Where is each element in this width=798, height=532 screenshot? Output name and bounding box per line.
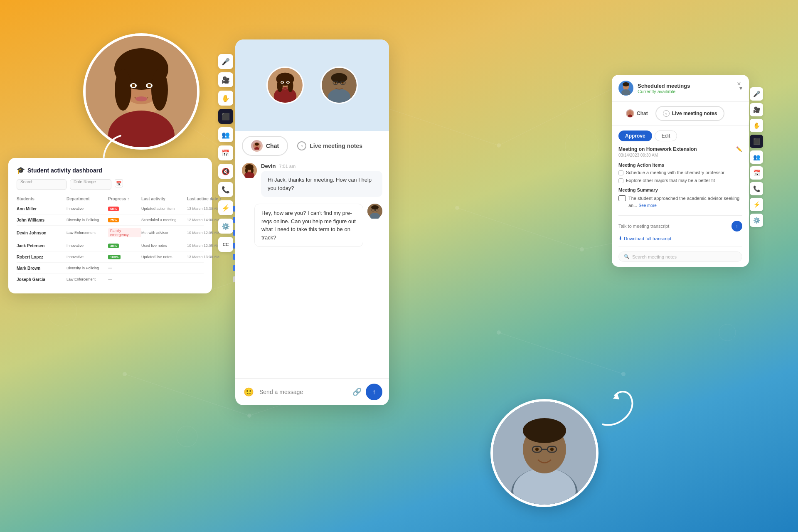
meeting-avatar <box>618 81 633 96</box>
hand-icon[interactable]: ✋ <box>218 91 233 106</box>
meeting-chat-avatar <box>626 109 634 118</box>
meeting-apps-icon[interactable]: ⚡ <box>750 198 763 211</box>
phone-icon[interactable]: 📞 <box>218 182 233 197</box>
arrow-right-decoration <box>594 391 644 449</box>
meeting-hand-icon[interactable]: ✋ <box>750 119 763 132</box>
meeting-video-icon[interactable]: 🎥 <box>750 103 763 116</box>
meeting-people-icon[interactable]: 👥 <box>750 150 763 164</box>
meeting-close-button[interactable]: × <box>733 78 745 90</box>
emoji-button[interactable]: 🙂 <box>242 385 255 399</box>
svg-point-27 <box>497 330 501 335</box>
message-group: Devin 7:01 am Hi Jack, thanks for meetin… <box>242 163 382 197</box>
summary-icon <box>618 195 626 201</box>
svg-point-54 <box>535 448 539 451</box>
approve-edit-row: Approve Edit <box>618 131 742 141</box>
meeting-header: Scheduled meetings Currently available ▾ <box>612 75 749 102</box>
summary-label: Meeting Summary <box>618 187 742 192</box>
col-progress: Progress ↑ <box>108 197 141 201</box>
summary-item: The student approached the academic advi… <box>618 195 742 210</box>
meeting-settings-icon[interactable]: ⚙️ <box>750 214 763 227</box>
edit-button[interactable]: Edit <box>655 131 677 141</box>
apps-icon[interactable]: ⚡ <box>218 200 233 215</box>
date-range-input[interactable]: Date Range <box>70 179 111 190</box>
svg-point-55 <box>550 448 554 451</box>
svg-point-67 <box>287 81 289 83</box>
svg-point-32 <box>177 426 197 447</box>
table-row: Joseph Garcia Law Enforcement <box>17 274 204 285</box>
meeting-live-notes-icon: ○ <box>663 110 670 117</box>
message-avatar-right <box>367 204 382 219</box>
download-transcript-link[interactable]: ⬇ Download full transcript <box>618 236 742 241</box>
meeting-tab-live-notes[interactable]: ○ Live meeting notes <box>655 106 725 121</box>
checkbox-2[interactable] <box>618 178 623 183</box>
svg-point-99 <box>629 111 632 115</box>
video-icon[interactable]: 🎥 <box>218 72 233 87</box>
svg-point-22 <box>580 247 584 251</box>
svg-point-76 <box>342 82 344 84</box>
checkbox-1[interactable] <box>618 170 623 175</box>
svg-point-86 <box>251 167 254 173</box>
approve-button[interactable]: Approve <box>618 131 652 141</box>
tab-live-meeting-notes[interactable]: ○ Live meeting notes <box>288 136 372 156</box>
man-avatar <box>490 399 598 507</box>
svg-line-11 <box>499 332 623 374</box>
svg-point-63 <box>288 79 293 92</box>
transcript-send-button[interactable]: ↑ <box>732 221 742 232</box>
table-row: Devin Johnson Law Enforcement Family eme… <box>17 226 204 240</box>
meeting-phone-icon[interactable]: 📞 <box>750 182 763 195</box>
chat-panel: × <box>235 39 389 405</box>
meeting-notes-panel: × Scheduled meetings Currently available… <box>612 75 749 267</box>
action-item-1: Schedule a meeting with the chemistry pr… <box>618 170 742 175</box>
meeting-tab-chat[interactable]: Chat <box>618 106 655 121</box>
svg-point-29 <box>565 129 598 162</box>
transcript-row: ↑ <box>618 221 742 232</box>
meeting-header-left: Scheduled meetings Currently available <box>618 81 690 96</box>
message-content: Devin 7:01 am Hi Jack, thanks for meetin… <box>261 163 382 197</box>
table-row: Ann Miller Innovative 68% Updated action… <box>17 203 204 214</box>
tab-chat[interactable]: Chat <box>242 136 288 156</box>
action-items-label: Meeting Action Items <box>618 163 742 167</box>
action-item-2: Explore other majors that may be a bette… <box>618 178 742 183</box>
settings-icon[interactable]: ⚙️ <box>218 219 233 234</box>
message-avatar <box>242 163 257 178</box>
note-title-row: Meeting on Homework Extension ✏️ <box>618 146 742 152</box>
svg-point-21 <box>455 206 459 210</box>
pencil-icon[interactable]: ✏️ <box>736 146 742 152</box>
svg-point-85 <box>245 167 248 173</box>
table-row: Jack Petersen Innovative 38% Used live n… <box>17 240 204 251</box>
meeting-mic-icon[interactable]: 🎤 <box>750 87 763 101</box>
svg-point-33 <box>719 324 736 341</box>
search-notes[interactable]: 🔍 Search meeting notes <box>618 251 742 262</box>
live-notes-tab-icon: ○ <box>297 141 306 150</box>
calendar-sidebar-icon[interactable]: 📅 <box>218 145 233 160</box>
video-area <box>235 39 389 131</box>
mic-icon[interactable]: 🎤 <box>218 54 233 69</box>
mute-icon[interactable]: 🔇 <box>218 164 233 179</box>
message-content-right: Hey, how are you? I can't find my pre-re… <box>242 204 363 247</box>
svg-point-66 <box>281 81 283 83</box>
chat-messages: Devin 7:01 am Hi Jack, thanks for meetin… <box>235 156 389 378</box>
search-input[interactable]: Search <box>17 179 66 190</box>
table-header: Students Department Progress ↑ Last acti… <box>17 195 204 203</box>
screen-share-icon[interactable]: ⬛ <box>218 109 233 124</box>
svg-point-15 <box>497 143 501 148</box>
meeting-cal-icon[interactable]: 📅 <box>750 166 763 180</box>
calendar-icon[interactable]: 📅 <box>115 179 123 187</box>
table-row: Robert Lopez Innovative 100% Updated liv… <box>17 251 204 263</box>
svg-line-7 <box>457 208 582 249</box>
transcript-input[interactable] <box>618 224 728 229</box>
see-more-link[interactable]: See more <box>638 203 656 208</box>
svg-point-50 <box>523 418 566 443</box>
svg-point-97 <box>623 82 629 86</box>
divider-2 <box>618 246 742 246</box>
cc-icon[interactable]: CC <box>218 237 233 252</box>
attachment-button[interactable]: 🔗 <box>352 387 362 397</box>
send-button[interactable]: ↑ <box>366 384 382 400</box>
message-group-right: Hey, how are you? I can't find my pre-re… <box>242 204 382 247</box>
chat-message-input[interactable] <box>259 389 348 395</box>
meeting-screen-icon[interactable]: ⬛ <box>750 135 763 148</box>
svg-point-31 <box>48 297 77 326</box>
video-avatar-man <box>320 66 358 104</box>
people-icon[interactable]: 👥 <box>218 127 233 142</box>
meeting-content: Approve Edit Meeting on Homework Extensi… <box>612 126 749 267</box>
